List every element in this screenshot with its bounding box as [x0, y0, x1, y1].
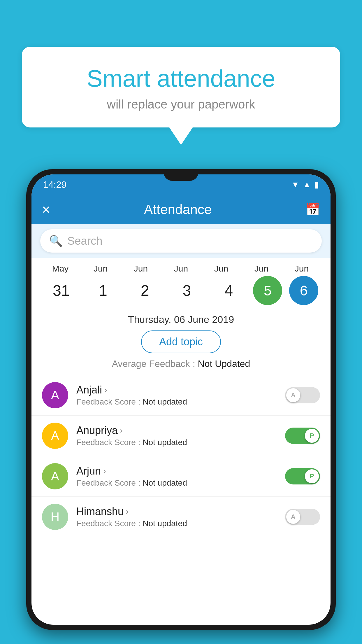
month-3[interactable]: Jun: [164, 264, 198, 274]
student-info-anupriya: Anupriya › Feedback Score : Not updated: [76, 424, 277, 447]
phone-notch: [164, 169, 198, 181]
student-feedback-anjali: Feedback Score : Not updated: [76, 397, 277, 407]
speech-bubble-title: Smart attendance: [39, 64, 323, 93]
student-name-arjun: Arjun ›: [76, 465, 277, 477]
close-button[interactable]: ×: [42, 202, 50, 218]
selected-date-label: Thursday, 06 June 2019: [128, 314, 234, 325]
student-feedback-anupriya: Feedback Score : Not updated: [76, 438, 277, 447]
toggle-himanshu[interactable]: A: [285, 509, 320, 525]
day-5-today[interactable]: 5: [253, 276, 282, 305]
student-item-himanshu[interactable]: H Himanshu › Feedback Score : Not update…: [31, 497, 331, 537]
calendar-icon[interactable]: 📅: [305, 203, 320, 216]
toggle-knob-anjali: A: [286, 388, 300, 402]
add-topic-button[interactable]: Add topic: [141, 330, 221, 353]
chevron-icon-anjali: ›: [104, 385, 107, 395]
selected-date-section: Thursday, 06 June 2019 Add topic Average…: [31, 308, 331, 375]
battery-icon: ▮: [314, 180, 319, 190]
phone-device: 14:29 ▼ ▲ ▮ × Attendance 📅 🔍 Search: [26, 169, 336, 644]
month-4[interactable]: Jun: [204, 264, 239, 274]
student-list: A Anjali › Feedback Score : Not updated …: [31, 375, 331, 625]
day-4[interactable]: 4: [211, 282, 246, 299]
avatar-anupriya: A: [42, 423, 68, 449]
speech-bubble-section: Smart attendance will replace your paper…: [22, 47, 340, 145]
signal-icon: ▲: [303, 180, 311, 189]
student-info-himanshu: Himanshu › Feedback Score : Not updated: [76, 505, 277, 528]
speech-bubble: Smart attendance will replace your paper…: [22, 47, 340, 127]
month-2[interactable]: Jun: [123, 264, 158, 274]
student-feedback-himanshu: Feedback Score : Not updated: [76, 519, 277, 528]
toggle-knob-arjun: P: [305, 469, 319, 483]
student-info-anjali: Anjali › Feedback Score : Not updated: [76, 384, 277, 407]
date-strip: May Jun Jun Jun Jun Jun Jun 31 1 2 3 4 5…: [31, 258, 331, 308]
toggle-knob-anupriya: P: [305, 429, 319, 443]
app-bar-title: Attendance: [50, 202, 305, 217]
speech-bubble-subtitle: will replace your paperwork: [39, 97, 323, 111]
status-time: 14:29: [43, 179, 66, 190]
student-item-anupriya[interactable]: A Anupriya › Feedback Score : Not update…: [31, 416, 331, 456]
student-item-arjun[interactable]: A Arjun › Feedback Score : Not updated P: [31, 456, 331, 497]
phone-screen: 14:29 ▼ ▲ ▮ × Attendance 📅 🔍 Search: [31, 174, 331, 625]
month-6[interactable]: Jun: [284, 264, 319, 274]
avatar-himanshu: H: [42, 504, 68, 530]
phone-outer: 14:29 ▼ ▲ ▮ × Attendance 📅 🔍 Search: [26, 169, 336, 630]
date-days-row: 31 1 2 3 4 5 6: [40, 276, 322, 305]
app-bar: × Attendance 📅: [31, 195, 331, 224]
avatar-anjali: A: [42, 382, 68, 408]
student-name-himanshu: Himanshu ›: [76, 505, 277, 518]
search-input-label: Search: [67, 235, 102, 247]
search-bar[interactable]: 🔍 Search: [40, 229, 322, 253]
toggle-arjun[interactable]: P: [285, 468, 320, 484]
month-0[interactable]: May: [43, 264, 78, 274]
student-info-arjun: Arjun › Feedback Score : Not updated: [76, 465, 277, 488]
avg-feedback-value: Not Updated: [198, 358, 250, 369]
day-31[interactable]: 31: [44, 282, 79, 299]
day-1[interactable]: 1: [86, 282, 121, 299]
toggle-knob-himanshu: A: [286, 510, 300, 524]
toggle-anupriya[interactable]: P: [285, 428, 320, 444]
toggle-anjali[interactable]: A: [285, 387, 320, 403]
search-bar-wrapper: 🔍 Search: [31, 224, 331, 258]
day-3[interactable]: 3: [169, 282, 204, 299]
avg-feedback: Average Feedback : Not Updated: [112, 358, 250, 369]
avg-feedback-label: Average Feedback :: [112, 358, 198, 369]
student-feedback-arjun: Feedback Score : Not updated: [76, 478, 277, 488]
speech-bubble-arrow: [169, 127, 193, 145]
date-months-row: May Jun Jun Jun Jun Jun Jun: [40, 264, 322, 274]
student-item-anjali[interactable]: A Anjali › Feedback Score : Not updated …: [31, 375, 331, 416]
avatar-arjun: A: [42, 463, 68, 489]
status-icons: ▼ ▲ ▮: [291, 180, 319, 190]
month-5[interactable]: Jun: [244, 264, 279, 274]
day-6-selected[interactable]: 6: [289, 276, 318, 305]
chevron-icon-anupriya: ›: [120, 426, 123, 435]
search-icon: 🔍: [49, 235, 63, 247]
month-1[interactable]: Jun: [83, 264, 118, 274]
student-name-anjali: Anjali ›: [76, 384, 277, 396]
day-2[interactable]: 2: [127, 282, 162, 299]
chevron-icon-himanshu: ›: [126, 507, 129, 516]
wifi-icon: ▼: [291, 180, 300, 189]
student-name-anupriya: Anupriya ›: [76, 424, 277, 437]
chevron-icon-arjun: ›: [103, 466, 106, 476]
